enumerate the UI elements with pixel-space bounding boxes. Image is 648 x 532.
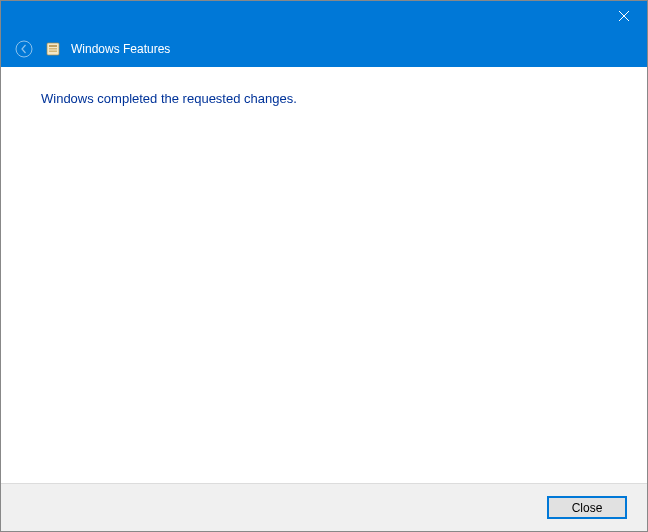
content-area: Windows completed the requested changes. bbox=[1, 67, 647, 483]
svg-point-2 bbox=[16, 41, 32, 57]
svg-rect-5 bbox=[49, 48, 57, 50]
close-button[interactable]: Close bbox=[547, 496, 627, 519]
back-button bbox=[13, 38, 35, 60]
window-title: Windows Features bbox=[71, 42, 170, 56]
status-message: Windows completed the requested changes. bbox=[41, 91, 607, 106]
close-icon bbox=[619, 11, 629, 21]
footer-bar: Close bbox=[1, 483, 647, 531]
header-bar: Windows Features bbox=[1, 31, 647, 67]
svg-rect-4 bbox=[49, 45, 57, 47]
svg-rect-6 bbox=[49, 51, 57, 53]
window-close-button[interactable] bbox=[601, 1, 647, 31]
window-titlebar bbox=[1, 1, 647, 31]
windows-features-icon bbox=[45, 41, 61, 57]
back-arrow-icon bbox=[15, 40, 33, 58]
